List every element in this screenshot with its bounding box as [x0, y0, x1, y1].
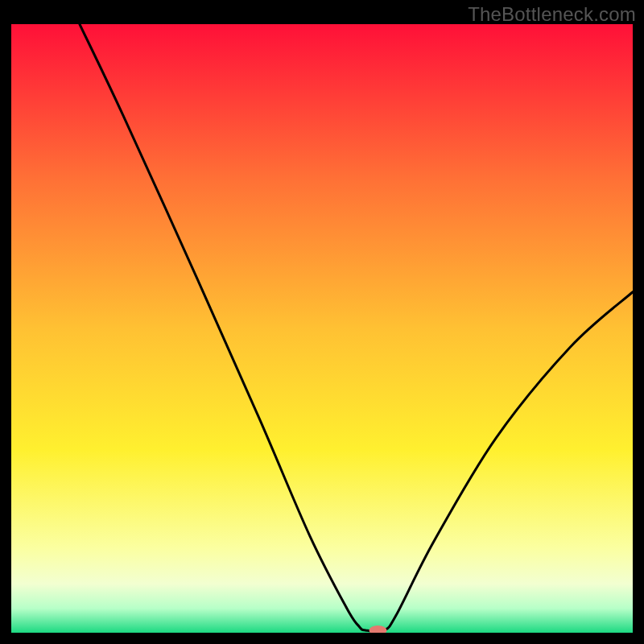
watermark-text: TheBottleneck.com — [468, 3, 636, 26]
chart-frame: TheBottleneck.com — [0, 0, 644, 644]
bottleneck-chart — [11, 24, 633, 633]
chart-background — [11, 24, 633, 633]
